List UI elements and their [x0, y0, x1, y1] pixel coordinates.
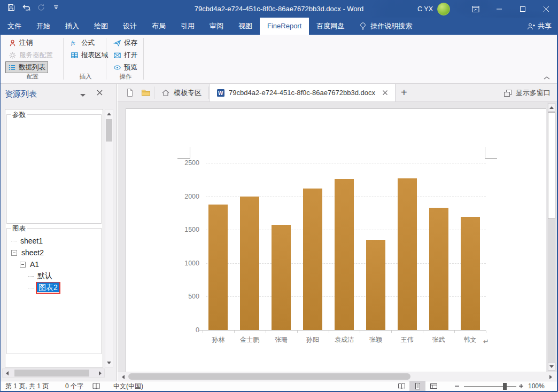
user-name[interactable]: C YX — [417, 5, 433, 13]
new-file-icon[interactable] — [122, 84, 138, 101]
show-multi-window-button[interactable]: 显示多窗口 — [503, 84, 551, 102]
document-vertical-scrollbar[interactable] — [547, 103, 556, 371]
scroll-left-icon[interactable] — [3, 369, 11, 377]
page-indicator[interactable]: 第 1 页, 共 1 页 — [5, 381, 49, 391]
proofing-icon[interactable] — [92, 381, 100, 391]
add-tab-button[interactable]: + — [396, 84, 413, 101]
report-region-icon — [71, 51, 79, 59]
avatar[interactable] — [437, 3, 450, 15]
tree-item-label[interactable]: 默认 — [36, 271, 54, 281]
scroll-down-icon[interactable] — [548, 362, 555, 371]
zoom-slider-thumb[interactable] — [503, 383, 507, 390]
zoom-in-icon[interactable] — [518, 381, 524, 391]
ribbon-tab-开始[interactable]: 开始 — [29, 18, 58, 35]
scrollbar-thumb[interactable] — [548, 112, 555, 219]
language-indicator[interactable]: 中文(中国) — [113, 381, 143, 391]
close-button[interactable] — [534, 0, 558, 18]
maximize-button[interactable] — [511, 0, 534, 18]
y-axis-tick-label: 2500 — [167, 159, 199, 167]
web-layout-icon[interactable] — [425, 381, 441, 391]
sidebar-horizontal-scrollbar[interactable] — [2, 369, 105, 378]
collapse-ribbon-icon[interactable] — [543, 75, 552, 82]
document-horizontal-scrollbar[interactable] — [118, 372, 557, 381]
scroll-up-icon[interactable] — [105, 109, 113, 118]
share-button[interactable]: 共享 — [527, 18, 552, 35]
scroll-left-icon[interactable] — [119, 373, 127, 381]
zoom-out-icon[interactable] — [454, 381, 460, 391]
tree-item-label[interactable]: 图表2 — [37, 283, 59, 292]
open-button[interactable]: 打开 — [111, 49, 140, 61]
window-border — [0, 18, 1, 392]
ribbon-display-options-icon[interactable] — [464, 0, 487, 18]
logout-icon — [9, 39, 17, 47]
ribbon-tab-百度网盘[interactable]: 百度网盘 — [309, 18, 352, 35]
ribbon-tab-文件[interactable]: 文件 — [0, 18, 29, 35]
save-report-button[interactable]: 保存 — [111, 37, 140, 49]
ribbon-tab-绘图[interactable]: 绘图 — [87, 18, 115, 35]
ribbon-tab-FineReport[interactable]: FineReport — [260, 18, 309, 35]
report-region-button[interactable]: 报表区域 — [68, 49, 110, 61]
zoom-level[interactable]: 100% — [528, 381, 545, 391]
bar-韩文[interactable] — [461, 217, 480, 330]
sidebar-vertical-scrollbar[interactable] — [105, 109, 113, 367]
word-count[interactable]: 0 个字 — [65, 381, 83, 391]
tell-me-search[interactable]: 操作说明搜索 — [359, 18, 412, 35]
ribbon-tab-视图[interactable]: 视图 — [231, 18, 260, 35]
share-label: 共享 — [538, 21, 552, 31]
bar-金士鹏[interactable] — [240, 197, 259, 330]
group-label-insert: 插入 — [66, 73, 105, 81]
tree-branch-line — [28, 276, 34, 277]
tree-item-sheet1[interactable]: sheet1 — [9, 235, 100, 247]
open-folder-icon[interactable] — [138, 84, 154, 101]
bar-张珊[interactable] — [272, 225, 291, 330]
document-page[interactable]: 05001000150020002500孙林金士鹏张珊孙阳袁成洁张颖王伟张武韩文… — [126, 108, 546, 372]
bar-张武[interactable] — [429, 208, 448, 330]
ribbon-tab-设计[interactable]: 设计 — [115, 18, 144, 35]
print-layout-icon[interactable] — [409, 381, 425, 391]
gear-icon — [9, 51, 17, 59]
logout-button[interactable]: 注销 — [6, 37, 35, 49]
bar-孙阳[interactable] — [303, 189, 322, 330]
pane-close-icon[interactable] — [96, 89, 105, 98]
tree-item-label[interactable]: sheet1 — [19, 236, 44, 246]
scrollbar-thumb[interactable] — [106, 119, 112, 142]
ribbon-tab-引用[interactable]: 引用 — [173, 18, 202, 35]
scrollbar-thumb[interactable] — [128, 373, 410, 380]
y-axis-tick-label: 500 — [167, 293, 199, 300]
bar-孙林[interactable] — [208, 205, 228, 330]
tree-item-A1[interactable]: A1 — [9, 258, 100, 270]
pane-menu-icon[interactable] — [80, 94, 86, 99]
scroll-up-icon[interactable] — [548, 103, 555, 112]
close-tab-icon[interactable] — [382, 90, 388, 96]
x-axis-tick — [423, 331, 423, 333]
data-list-button[interactable]: 数据列表 — [5, 61, 48, 73]
bar-袁成洁[interactable] — [335, 179, 354, 330]
minimize-button[interactable] — [487, 0, 511, 18]
ribbon-tab-插入[interactable]: 插入 — [58, 18, 87, 35]
collapse-minus-icon[interactable] — [20, 262, 26, 268]
scrollbar-thumb[interactable] — [14, 370, 89, 377]
ribbon-group-actions: 保存 打开 预览 操作 — [109, 35, 142, 84]
scroll-right-icon[interactable] — [546, 373, 555, 381]
bar-张颖[interactable] — [366, 240, 385, 330]
tab-document[interactable]: W 79cbd4a2-e724-451c-8f0c-86ae7672bb3d.d… — [209, 84, 396, 101]
tree-item-sheet2[interactable]: sheet2 — [9, 247, 100, 258]
scroll-down-icon[interactable] — [105, 358, 113, 367]
ribbon-tab-布局[interactable]: 布局 — [144, 18, 173, 35]
tree-item-label[interactable]: sheet2 — [20, 248, 45, 257]
zoom-slider[interactable] — [464, 386, 516, 387]
read-mode-icon[interactable] — [393, 381, 409, 391]
bar-王伟[interactable] — [398, 178, 417, 330]
tab-template-zone[interactable]: 模板专区 — [154, 84, 208, 101]
scroll-right-icon[interactable] — [96, 369, 104, 377]
collapse-minus-icon[interactable] — [11, 250, 17, 256]
tree-item-图表2[interactable]: 图表2 — [9, 282, 100, 294]
formula-button[interactable]: fx 公式 — [68, 37, 97, 49]
tree-item-默认[interactable]: 默认 — [9, 270, 100, 282]
ribbon-tab-审阅[interactable]: 审阅 — [202, 18, 231, 35]
resource-list-pane: 资源列表 参数 图表 sheet1sheet2A1默认图表2 — [0, 84, 117, 381]
preview-button[interactable]: 预览 — [111, 61, 140, 73]
server-config-button[interactable]: 服务器配置 — [6, 49, 55, 61]
tree-item-label[interactable]: A1 — [28, 260, 41, 269]
bar-chart[interactable]: 05001000150020002500孙林金士鹏张珊孙阳袁成洁张颖王伟张武韩文 — [203, 163, 486, 331]
